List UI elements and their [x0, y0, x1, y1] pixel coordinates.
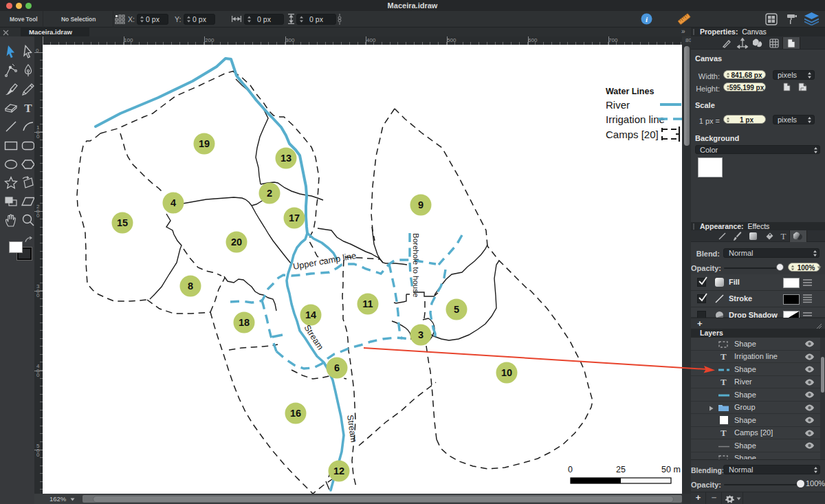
- svg-text:2: 2: [267, 188, 272, 199]
- svg-text:10: 10: [501, 367, 512, 378]
- svg-text:Borehole to house: Borehole to house: [412, 233, 420, 297]
- svg-text:15: 15: [117, 217, 128, 228]
- svg-text:T: T: [781, 231, 786, 241]
- svg-text:Camps [20]: Camps [20]: [606, 129, 659, 140]
- svg-text:Upper camp line: Upper camp line: [292, 250, 357, 272]
- svg-text:14: 14: [305, 309, 316, 320]
- svg-text:16: 16: [290, 408, 301, 419]
- svg-text:Stream: Stream: [345, 414, 358, 443]
- svg-text:5: 5: [454, 304, 459, 315]
- svg-text:11: 11: [362, 298, 373, 309]
- svg-text:T: T: [24, 102, 32, 115]
- svg-text:6: 6: [334, 362, 340, 373]
- svg-text:20: 20: [231, 237, 242, 248]
- svg-text:18: 18: [239, 317, 250, 328]
- svg-text:17: 17: [289, 212, 300, 223]
- svg-text:0: 0: [568, 465, 573, 474]
- svg-text:Water Lines: Water Lines: [606, 87, 654, 96]
- svg-text:River: River: [606, 99, 630, 111]
- svg-text:13: 13: [280, 153, 292, 164]
- svg-text:4: 4: [170, 197, 176, 208]
- svg-text:9: 9: [418, 199, 424, 210]
- svg-text:50 m: 50 m: [661, 465, 681, 474]
- svg-text:Irrigation line: Irrigation line: [606, 113, 665, 125]
- svg-text:19: 19: [199, 138, 210, 149]
- svg-text:12: 12: [333, 465, 344, 476]
- svg-text:8: 8: [188, 281, 193, 292]
- svg-text:3: 3: [418, 329, 424, 340]
- svg-text:25: 25: [616, 465, 626, 474]
